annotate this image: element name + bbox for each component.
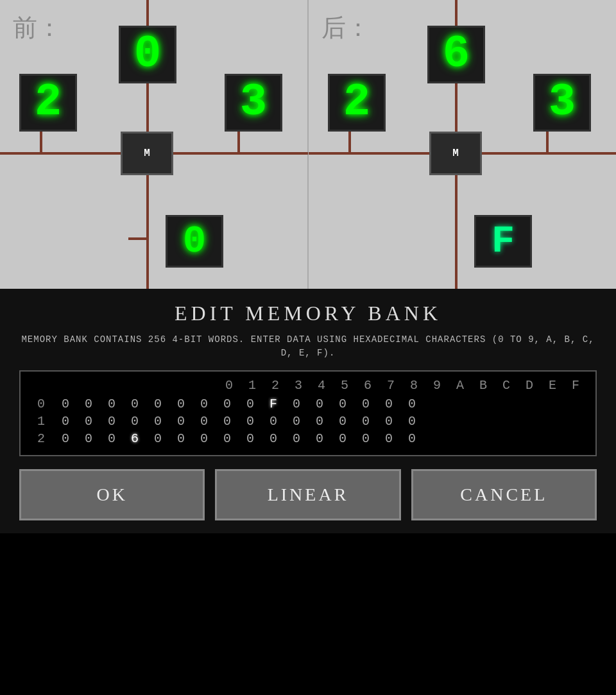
memory-chip-left: M	[121, 132, 173, 175]
wire	[455, 173, 458, 237]
mem-row: 10000000000000000	[28, 414, 588, 429]
mem-cell[interactable]: 0	[239, 431, 262, 446]
mem-cell[interactable]: 0	[262, 431, 285, 446]
mem-cell[interactable]: 0	[216, 397, 239, 411]
col-header: 9	[426, 378, 449, 393]
mem-row: 0000000000F000000	[28, 397, 588, 411]
right-led-left: 3	[225, 74, 282, 132]
col-header: E	[542, 378, 565, 393]
mem-cell[interactable]: 0	[216, 431, 239, 446]
right-led-right: 3	[533, 74, 591, 132]
mem-cell[interactable]: 0	[77, 414, 100, 429]
col-header: D	[518, 378, 542, 393]
memory-chip-right: M	[429, 132, 482, 175]
mem-cell[interactable]: 0	[400, 431, 424, 446]
mem-cell[interactable]: 0	[77, 431, 100, 446]
mem-cell[interactable]: 0	[285, 414, 308, 429]
grid-header: 0123456789ABCDEF	[28, 378, 588, 393]
dialog-description: Memory bank contains 256 4-bit words. En…	[19, 333, 597, 360]
mem-cell[interactable]: 0	[331, 397, 354, 411]
mem-cell[interactable]: 0	[146, 414, 169, 429]
mem-cell[interactable]: 0	[77, 397, 100, 411]
bottom-led-right: F	[474, 215, 532, 268]
mem-cell[interactable]: 0	[54, 431, 77, 446]
mem-cell[interactable]: 0	[169, 431, 193, 446]
mem-row: 20006000000000000	[28, 431, 588, 446]
col-header: 5	[334, 378, 357, 393]
mem-cell[interactable]: 0	[377, 397, 400, 411]
after-panel: 后： 6 2 3 M F	[309, 0, 616, 289]
row-label: 2	[28, 431, 54, 446]
col-header: 6	[357, 378, 380, 393]
mem-cell[interactable]: 0	[54, 414, 77, 429]
col-header: 0	[218, 378, 241, 393]
mem-cell[interactable]: 0	[169, 414, 193, 429]
mem-cell[interactable]: 0	[169, 397, 193, 411]
mem-cell[interactable]: 0	[262, 414, 285, 429]
mem-cell[interactable]: 0	[146, 397, 169, 411]
mem-cell[interactable]: 0	[123, 397, 146, 411]
linear-button[interactable]: Linear	[215, 469, 400, 520]
row-label: 0	[28, 397, 54, 411]
mem-cell[interactable]: 0	[193, 414, 216, 429]
bottom-led-left: 0	[166, 215, 223, 268]
col-header: 3	[287, 378, 311, 393]
mem-cell[interactable]: 0	[308, 431, 331, 446]
col-header: 8	[403, 378, 426, 393]
mem-cell[interactable]: F	[262, 397, 285, 411]
mem-cell[interactable]: 0	[354, 397, 377, 411]
mem-cell[interactable]: 0	[54, 397, 77, 411]
before-label: 前：	[13, 12, 62, 44]
button-row: Ok Linear Cancel	[19, 469, 597, 520]
memory-grid-container: 0123456789ABCDEF 0000000000F000000100000…	[19, 370, 597, 456]
mem-cell[interactable]: 0	[400, 397, 424, 411]
col-header: C	[495, 378, 518, 393]
mem-cell[interactable]: 0	[354, 431, 377, 446]
before-panel: 前： 0 2 3 M	[0, 0, 309, 289]
col-header: 4	[311, 378, 334, 393]
col-header: F	[565, 378, 588, 393]
dialog-title: Edit Memory Bank	[19, 302, 597, 325]
mem-cell[interactable]: 0	[100, 397, 123, 411]
left-led-left: 2	[19, 74, 77, 132]
cancel-button[interactable]: Cancel	[411, 469, 597, 520]
mem-cell[interactable]: 0	[400, 414, 424, 429]
wire	[128, 237, 148, 240]
row-label: 1	[28, 414, 54, 429]
mem-cell[interactable]: 0	[331, 414, 354, 429]
mem-cell[interactable]: 0	[331, 431, 354, 446]
top-led-right: 6	[427, 26, 485, 83]
ok-button[interactable]: Ok	[19, 469, 205, 520]
mem-cell[interactable]: 0	[354, 414, 377, 429]
mem-cell[interactable]: 0	[216, 414, 239, 429]
mem-cell[interactable]: 0	[146, 431, 169, 446]
mem-cell[interactable]: 0	[123, 414, 146, 429]
mem-cell[interactable]: 0	[100, 414, 123, 429]
mem-cell[interactable]: 0	[377, 414, 400, 429]
preview-section: 前： 0 2 3 M	[0, 0, 616, 289]
mem-cell[interactable]: 0	[100, 431, 123, 446]
col-header: 7	[380, 378, 403, 393]
mem-cell[interactable]: 0	[308, 397, 331, 411]
mem-cell[interactable]: 0	[239, 414, 262, 429]
mem-cell[interactable]: 0	[285, 431, 308, 446]
mem-cell[interactable]: 0	[308, 414, 331, 429]
after-label: 后：	[321, 12, 370, 44]
mem-cell[interactable]: 0	[239, 397, 262, 411]
mem-cell[interactable]: 0	[377, 431, 400, 446]
col-header: A	[449, 378, 472, 393]
mem-cell[interactable]: 0	[285, 397, 308, 411]
wire	[146, 173, 149, 237]
col-header: 1	[241, 378, 264, 393]
col-header: 2	[264, 378, 287, 393]
top-led-left: 0	[119, 26, 176, 83]
left-led-right: 2	[328, 74, 386, 132]
mem-cell[interactable]: 0	[193, 397, 216, 411]
mem-cell[interactable]: 6	[123, 431, 146, 446]
dialog-section: Edit Memory Bank Memory bank contains 25…	[0, 289, 616, 533]
col-header: B	[472, 378, 495, 393]
grid-rows: 0000000000F00000010000000000000000200060…	[28, 397, 588, 446]
mem-cell[interactable]: 0	[193, 431, 216, 446]
